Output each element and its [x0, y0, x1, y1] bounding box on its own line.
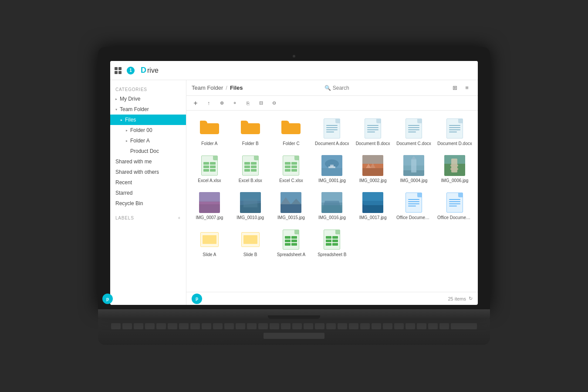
delete-button[interactable]: ⊟: [255, 98, 267, 108]
file-name: Excel A.xlsx: [198, 178, 221, 183]
file-item-folder-c[interactable]: Folder C: [272, 114, 311, 149]
file-item-img-0004[interactable]: IMG_0004.jpg: [394, 151, 433, 186]
jpg-icon: [362, 192, 383, 213]
file-item-document-c[interactable]: Document C.docx: [394, 114, 433, 149]
xlsx-icon: [199, 155, 220, 176]
jpg-icon: [403, 155, 424, 176]
jpg-icon: [199, 192, 220, 213]
file-item-excel-c[interactable]: Excel C.xlsx: [272, 151, 311, 186]
logo-area: D rive: [141, 66, 159, 75]
search-input[interactable]: [333, 85, 368, 91]
docx-icon: [321, 118, 342, 139]
app-body: CATEGORIES ▸ My Drive ▾ Team Folder ▸: [110, 80, 478, 305]
link-button[interactable]: ⊕: [216, 98, 227, 108]
file-name: Document C.docx: [396, 141, 431, 146]
sidebar-item-product-doc[interactable]: ▸ Product Doc: [110, 146, 186, 156]
grid-view-button[interactable]: ⊞: [449, 83, 460, 93]
sidebar-item-team-folder[interactable]: ▾ Team Folder: [110, 104, 186, 115]
sidebar-item-folder-a[interactable]: ▸ Folder A: [110, 135, 186, 146]
svg-rect-29: [280, 204, 301, 213]
user-avatar-area: p: [110, 294, 113, 304]
file-item-img-0017[interactable]: IMG_0017.jpg: [353, 188, 392, 223]
apps-grid-icon[interactable]: [115, 67, 122, 74]
screen-bezel: 1 D rive CATEGORIES ▸ My Drive: [98, 47, 490, 309]
breadcrumb-current: Files: [230, 84, 243, 91]
labels-label: LABELS +: [110, 212, 186, 222]
file-item-folder-b[interactable]: Folder B: [231, 114, 270, 149]
add-label-button[interactable]: +: [178, 216, 181, 220]
sidebar-item-label: Folder 00: [130, 127, 152, 133]
sidebar-item-label: Shared with me: [115, 159, 152, 165]
jpg-icon: [240, 192, 261, 213]
add-button[interactable]: +: [190, 98, 201, 108]
notification-badge[interactable]: 1: [127, 67, 135, 74]
sidebar-item-recycle-bin[interactable]: Recycle Bin: [110, 198, 186, 209]
file-item-spreadsheet-b[interactable]: Spreadsheet B: [312, 225, 351, 260]
svg-rect-27: [243, 199, 257, 207]
refresh-button[interactable]: ↻: [469, 296, 473, 301]
file-item-slide-a[interactable]: Slide A: [190, 225, 229, 260]
file-item-img-0010[interactable]: IMG_0010.jpg: [231, 188, 270, 223]
sidebar-item-label: Recycle Bin: [115, 200, 143, 206]
sidebar-item-starred[interactable]: Starred: [110, 188, 186, 198]
bottom-user-avatar[interactable]: p: [192, 294, 202, 304]
gdoc-icon: [444, 192, 465, 213]
file-name: Document A.docx: [315, 141, 349, 146]
sidebar-item-my-drive[interactable]: ▸ My Drive: [110, 94, 186, 104]
file-name: IMG_0017.jpg: [359, 215, 387, 220]
file-item-slide-b[interactable]: Slide B: [231, 225, 270, 260]
attach-button[interactable]: ⌖: [229, 98, 240, 108]
file-item-spreadsheet-a[interactable]: Spreadsheet A: [272, 225, 311, 260]
list-view-button[interactable]: ≡: [461, 83, 473, 93]
docx-icon: [403, 118, 424, 139]
file-name: Spreadsheet A: [277, 252, 306, 257]
file-item-office-doc-b[interactable]: Office Document B: [435, 188, 474, 223]
logo-text: rive: [147, 67, 159, 74]
svg-rect-38: [362, 192, 383, 201]
file-item-img-0006[interactable]: IMG_0006.jpg: [435, 151, 474, 186]
jpg-icon: [321, 192, 342, 213]
file-item-img-0015[interactable]: IMG_0015.jpg: [272, 188, 311, 223]
file-item-excel-b[interactable]: Excel B.xlsx: [231, 151, 270, 186]
sidebar-item-folder00[interactable]: ▸ Folder 00: [110, 125, 186, 135]
docx-icon: [362, 118, 383, 139]
sidebar-item-files[interactable]: ▸ Files: [110, 115, 186, 125]
copy-button[interactable]: ⎘: [242, 98, 253, 108]
svg-rect-18: [450, 168, 458, 170]
file-name: Document B.docx: [356, 141, 390, 146]
screen: 1 D rive CATEGORIES ▸ My Drive: [110, 61, 478, 305]
file-item-office-doc-a[interactable]: Office Document A: [394, 188, 433, 223]
file-item-img-0001[interactable]: IMG_0001.jpg: [312, 151, 351, 186]
svg-rect-4: [330, 165, 334, 167]
file-item-img-0016[interactable]: IMG_0016.jpg: [312, 188, 351, 223]
sidebar-item-label: Recent: [115, 179, 132, 186]
file-item-img-0007[interactable]: IMG_0007.jpg: [190, 188, 229, 223]
file-name: IMG_0001.jpg: [318, 178, 346, 183]
file-item-document-d[interactable]: Document D.docx: [435, 114, 474, 149]
arrow-icon: ▸: [115, 97, 117, 101]
gdoc-icon: [403, 192, 424, 213]
user-avatar[interactable]: p: [110, 294, 113, 304]
view-toggle: ⊞ ≡: [449, 83, 473, 93]
svg-rect-19: [450, 165, 458, 166]
sidebar-item-recent[interactable]: Recent: [110, 177, 186, 188]
file-item-document-b[interactable]: Document B.docx: [353, 114, 392, 149]
file-name: IMG_0010.jpg: [237, 215, 264, 220]
more-button[interactable]: ⊖: [268, 98, 280, 108]
arrow-icon: ▸: [121, 118, 122, 122]
file-item-excel-a[interactable]: Excel A.xlsx: [190, 151, 229, 186]
breadcrumb-parent[interactable]: Team Folder: [192, 84, 223, 91]
upload-button[interactable]: ↑: [203, 98, 214, 108]
sidebar-item-label: Product Doc: [130, 148, 159, 154]
sidebar: CATEGORIES ▸ My Drive ▾ Team Folder ▸: [110, 80, 186, 305]
sidebar-item-shared-with-me[interactable]: Shared with me: [110, 156, 186, 167]
sidebar-item-shared-with-others[interactable]: Shared with others: [110, 167, 186, 177]
file-item-img-0002[interactable]: IMG_0002.jpg: [353, 151, 392, 186]
svg-rect-21: [199, 204, 220, 213]
file-name: Folder C: [283, 141, 299, 146]
file-item-folder-a[interactable]: Folder A: [190, 114, 229, 149]
file-item-document-a[interactable]: Document A.docx: [312, 114, 351, 149]
sidebar-item-label: Files: [125, 117, 136, 123]
folder-icon: [199, 118, 220, 139]
top-bar-left: 1: [115, 67, 141, 74]
